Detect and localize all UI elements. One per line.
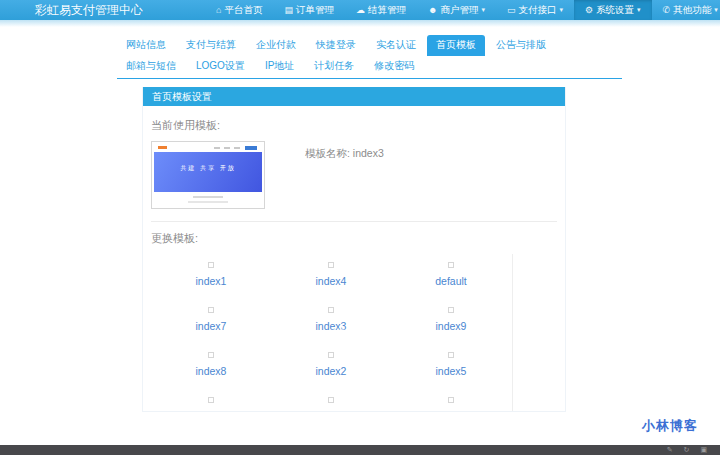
template-thumbnail[interactable] bbox=[208, 262, 214, 268]
template-cell: index8 bbox=[151, 344, 271, 377]
main-content: 网站信息 支付与结算 企业付款 快捷登录 实名认证 首页模板 公告与排版 邮箱与… bbox=[0, 35, 622, 412]
template-cell: 共建 共享 开放 index3 bbox=[271, 299, 391, 332]
panel-body: 当前使用模板: 共建 共享 开放 模板名称: index3 更换模板: inde… bbox=[143, 106, 565, 411]
template-link-index2[interactable]: index2 bbox=[271, 365, 391, 377]
template-cell: index2 bbox=[271, 344, 391, 377]
template-cell: default bbox=[391, 254, 511, 287]
headset-icon: ✆ bbox=[663, 5, 671, 15]
edit-icon[interactable]: ✎ bbox=[667, 445, 673, 455]
tabs-row-1: 网站信息 支付与结算 企业付款 快捷登录 实名认证 首页模板 公告与排版 bbox=[117, 35, 622, 56]
template-name-label: 模板名称: bbox=[305, 147, 350, 159]
template-thumbnail[interactable] bbox=[448, 352, 454, 358]
menu-item-orders[interactable]: ▤ 订单管理 bbox=[273, 0, 345, 20]
template-cell: index9 bbox=[391, 299, 511, 332]
tab-announcement[interactable]: 公告与排版 bbox=[487, 35, 555, 56]
template-cell bbox=[151, 389, 271, 407]
menu-item-other[interactable]: ✆ 其他功能 ▾ bbox=[652, 0, 720, 20]
home-icon: ⌂ bbox=[216, 5, 221, 15]
template-hero-text: 共建 共享 开放 bbox=[154, 164, 262, 173]
template-link-index8[interactable]: index8 bbox=[151, 365, 271, 377]
template-thumbnail[interactable] bbox=[328, 397, 334, 403]
current-template-thumbnail: 共建 共享 开放 bbox=[151, 141, 265, 209]
template-cell: index4 bbox=[271, 254, 391, 287]
tab-cron[interactable]: 计划任务 bbox=[305, 56, 363, 77]
gear-icon: ⚙ bbox=[585, 5, 593, 15]
tab-email-sms[interactable]: 邮箱与短信 bbox=[117, 56, 185, 77]
site-watermark: 小林博客 bbox=[642, 417, 698, 435]
tab-home-template[interactable]: 首页模板 bbox=[427, 35, 485, 56]
navbar-fade bbox=[0, 20, 720, 27]
tab-pay-settlement[interactable]: 支付与结算 bbox=[177, 35, 245, 56]
tab-enterprise-pay[interactable]: 企业付款 bbox=[247, 35, 305, 56]
template-thumbnail[interactable]: 共建 共享 开放 bbox=[328, 307, 334, 313]
template-link-index9[interactable]: index9 bbox=[391, 320, 511, 332]
refresh-icon[interactable]: ↻ bbox=[684, 445, 690, 455]
template-thumbnail[interactable] bbox=[208, 307, 214, 313]
chevron-down-icon: ▾ bbox=[637, 6, 641, 14]
template-name-value: index3 bbox=[353, 147, 384, 159]
tabs-row-2: 邮箱与短信 LOGO设置 IP地址 计划任务 修改密码 bbox=[117, 56, 622, 77]
template-cell: index1 bbox=[151, 254, 271, 287]
change-template-label: 更换模板: bbox=[151, 231, 557, 246]
template-preview-index3: 共建 共享 开放 bbox=[154, 144, 262, 206]
template-thumbnail[interactable] bbox=[208, 352, 214, 358]
template-cell: index5 bbox=[391, 344, 511, 377]
template-thumbnail[interactable] bbox=[448, 262, 454, 268]
template-grid: index1 index4 default index7 共建 共享 开放 in… bbox=[151, 254, 513, 411]
bottom-toolbar: ✎ ↻ ▣ bbox=[0, 445, 720, 455]
main-menu: ⌂ 平台首页 ▤ 订单管理 ☁ 结算管理 ☻ 商户管理 ▾ ▭ 支付接口 ▾ ⚙… bbox=[205, 0, 720, 20]
credit-card-icon: ▭ bbox=[507, 5, 516, 15]
menu-item-home[interactable]: ⌂ 平台首页 bbox=[205, 0, 273, 20]
orders-icon: ▤ bbox=[284, 5, 293, 15]
menu-item-pay-api[interactable]: ▭ 支付接口 ▾ bbox=[496, 0, 574, 20]
template-thumbnail[interactable] bbox=[328, 352, 334, 358]
template-thumbnail[interactable] bbox=[328, 262, 334, 268]
chevron-down-icon: ▾ bbox=[559, 6, 563, 14]
template-link-index1[interactable]: index1 bbox=[151, 275, 271, 287]
window-icon[interactable]: ▣ bbox=[700, 445, 707, 455]
template-thumbnail[interactable] bbox=[448, 397, 454, 403]
template-link-default[interactable]: default bbox=[391, 275, 511, 287]
top-navbar: 彩虹易支付管理中心 ⌂ 平台首页 ▤ 订单管理 ☁ 结算管理 ☻ 商户管理 ▾ … bbox=[0, 0, 720, 20]
template-link-index4[interactable]: index4 bbox=[271, 275, 391, 287]
template-thumbnail[interactable] bbox=[208, 397, 214, 403]
current-template-row: 共建 共享 开放 模板名称: index3 bbox=[151, 141, 557, 209]
tab-real-name[interactable]: 实名认证 bbox=[367, 35, 425, 56]
template-cell bbox=[271, 389, 391, 407]
chevron-down-icon: ▾ bbox=[714, 6, 718, 14]
tab-password[interactable]: 修改密码 bbox=[365, 56, 423, 77]
template-cell: index7 bbox=[151, 299, 271, 332]
tab-ip[interactable]: IP地址 bbox=[256, 56, 303, 77]
menu-item-settlement[interactable]: ☁ 结算管理 bbox=[345, 0, 417, 20]
tab-logo[interactable]: LOGO设置 bbox=[187, 56, 254, 77]
template-cell bbox=[391, 389, 511, 407]
user-icon: ☻ bbox=[428, 5, 437, 15]
template-link-index5[interactable]: index5 bbox=[391, 365, 511, 377]
template-name-line: 模板名称: index3 bbox=[305, 147, 384, 209]
current-template-label: 当前使用模板: bbox=[151, 118, 557, 133]
cloud-icon: ☁ bbox=[356, 5, 365, 15]
menu-item-system-settings[interactable]: ⚙ 系统设置 ▾ bbox=[574, 0, 652, 20]
chevron-down-icon: ▾ bbox=[481, 6, 485, 14]
template-settings-panel: 首页模板设置 当前使用模板: 共建 共享 开放 模板名称: index3 更换模… bbox=[142, 87, 566, 412]
section-divider bbox=[151, 221, 557, 222]
settings-tabs: 网站信息 支付与结算 企业付款 快捷登录 实名认证 首页模板 公告与排版 邮箱与… bbox=[117, 35, 622, 79]
template-link-index7[interactable]: index7 bbox=[151, 320, 271, 332]
template-thumbnail[interactable] bbox=[448, 307, 454, 313]
tab-site-info[interactable]: 网站信息 bbox=[117, 35, 175, 56]
panel-title: 首页模板设置 bbox=[143, 87, 565, 106]
app-title: 彩虹易支付管理中心 bbox=[35, 2, 143, 19]
menu-item-merchants[interactable]: ☻ 商户管理 ▾ bbox=[417, 0, 496, 20]
tab-quick-login[interactable]: 快捷登录 bbox=[307, 35, 365, 56]
